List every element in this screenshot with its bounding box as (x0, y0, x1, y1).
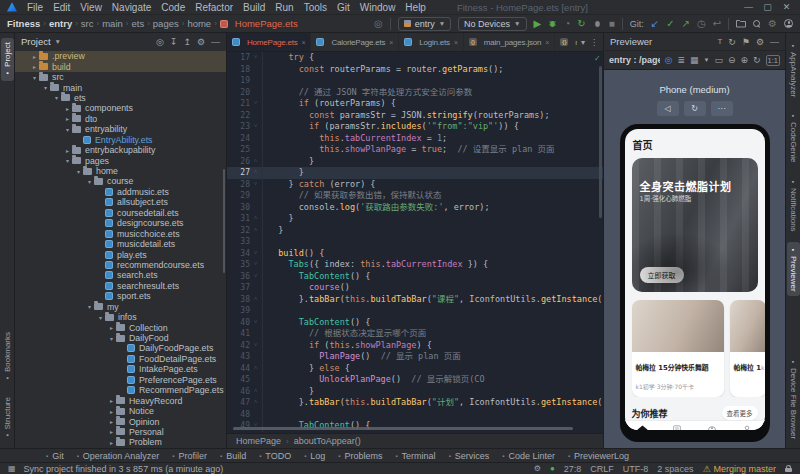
tree-item-home[interactable]: ▾home (15, 166, 226, 176)
code-line-47[interactable]: 47˄ }.tabBar(this.buildTabBar("计划", Icon… (227, 397, 603, 409)
inspections-ok-icon[interactable]: ✓ (595, 53, 600, 65)
tree-item-components[interactable]: ▸components (15, 103, 226, 113)
collapsed-arrow-icon[interactable]: ▸ (63, 105, 72, 112)
debug-button[interactable] (548, 19, 557, 28)
run-button[interactable]: ▶ (534, 19, 542, 29)
code-line-22[interactable]: 22 const paramsStr = JSON.stringify(rout… (227, 110, 603, 122)
collapsed-arrow-icon[interactable]: ▸ (30, 63, 39, 70)
fold-marker-icon[interactable]: ˅ (252, 179, 259, 191)
collapsed-arrow-icon[interactable]: ▸ (107, 408, 116, 415)
tree-item-ets[interactable]: ▾ets (15, 93, 226, 103)
zoom-in-icon[interactable]: ⊕ (740, 55, 748, 65)
tree-item-play.ets[interactable]: play.ets (15, 249, 226, 259)
module-selector[interactable]: entry▼ (398, 17, 451, 31)
menu-view[interactable]: View (75, 2, 107, 13)
code-line-44[interactable]: 44˄ } else { (227, 363, 603, 375)
sidebar-item-appanalyzer[interactable]: ▪AppAnalyzer (787, 38, 800, 101)
tree-item-musicdetail.ets[interactable]: musicdetail.ets (15, 239, 226, 249)
collapsed-arrow-icon[interactable]: ▸ (30, 53, 39, 60)
tree-item-main[interactable]: ▾main (15, 82, 226, 92)
menu-git[interactable]: Git (332, 2, 355, 13)
fold-marker-icon[interactable]: ˄ (252, 363, 259, 375)
code-line-32[interactable]: 32˄ } (227, 225, 603, 237)
fold-marker-icon[interactable]: ˅ (252, 340, 259, 352)
zoom-out-icon[interactable]: ⊖ (728, 55, 736, 65)
locate-file-icon[interactable]: ◎ (156, 37, 164, 47)
menu-run[interactable]: Run (270, 2, 298, 13)
code-line-21[interactable]: 21˅ if (routerParams) { (227, 98, 603, 110)
hero-card[interactable]: 全身突击燃脂计划 1周·强化心肺燃脂 立即获取 (632, 158, 758, 292)
expand-all-icon[interactable]: ↧ (170, 37, 178, 47)
breadcrumb-item-entry[interactable]: entry (49, 18, 72, 29)
fold-marker-icon[interactable]: ˅ (252, 317, 259, 329)
sidebar-item-device-file-browser[interactable]: ▪Device File Browser (787, 354, 800, 443)
course-card-2[interactable]: 帕梅拉 1k1初学·3 (730, 300, 765, 397)
code-line-38[interactable]: 38˄ }.tabBar(this.buildTabBar("课程", Icon… (227, 294, 603, 306)
gutter[interactable]: 36˅ (227, 271, 263, 283)
tool-window-switcher-icon[interactable]: ▦ (8, 464, 16, 473)
caret-position[interactable]: 27:8 (564, 464, 582, 474)
tree-item-PreferencePage.ets[interactable]: PreferencePage.ets (15, 375, 226, 385)
toolwindow-build[interactable]: ▪Build (220, 451, 246, 461)
code-line-17[interactable]: 17˅ try { (227, 52, 603, 64)
fold-marker-icon[interactable]: ˅ (252, 248, 259, 260)
tree-item-recommendcourse.ets[interactable]: recommendcourse.ets (15, 260, 226, 270)
gutter[interactable]: 33 (227, 236, 263, 248)
profiler-button[interactable]: ◔ (564, 19, 570, 29)
git-branch-widget[interactable]: ⚠ Merging master (702, 464, 776, 474)
collapsed-arrow-icon[interactable]: ▸ (107, 428, 116, 435)
tree-item-Problem[interactable]: ▸Problem (15, 437, 226, 447)
menu-refactor[interactable]: Refactor (190, 2, 238, 13)
tree-item-musicchoice.ets[interactable]: musicchoice.ets (15, 228, 226, 238)
menu-file[interactable]: File (22, 2, 48, 13)
maximize-button[interactable]: ▢ (758, 0, 777, 14)
code-line-24[interactable]: 24 this.tabCurrentIndex = 1; (227, 133, 603, 145)
zoom-ratio-label[interactable]: 1:1 (766, 55, 780, 66)
gutter[interactable]: 41 (227, 328, 263, 340)
gutter[interactable]: 19 (227, 75, 263, 87)
tree-item-addmusic.ets[interactable]: addmusic.ets (15, 187, 226, 197)
toolwindow-services[interactable]: ▪Services (449, 451, 490, 461)
breadcrumb-item-src[interactable]: src (81, 18, 94, 29)
grid-view-icon[interactable]: ▦ (690, 55, 699, 65)
code-line-39[interactable]: 39 (227, 305, 603, 317)
gutter[interactable]: 30 (227, 202, 263, 214)
project-panel-title[interactable]: Project (21, 36, 51, 47)
expanded-arrow-icon[interactable]: ▾ (74, 168, 83, 175)
code-line-23[interactable]: 23˅ if (paramsStr.includes('"from":"vip"… (227, 121, 603, 133)
gutter[interactable]: 29 (227, 190, 263, 202)
account-avatar[interactable] (784, 19, 793, 28)
chevron-down-icon[interactable]: ▼ (55, 38, 61, 45)
menu-navigate[interactable]: Navigate (107, 2, 156, 13)
code-line-37[interactable]: 37 course() (227, 282, 603, 294)
settings-icon[interactable]: ⚙ (768, 19, 777, 29)
hide-panel-icon[interactable]: — (211, 37, 220, 47)
course-card-1[interactable]: 帕梅拉 15分钟快乐舞蹈k1初学·3分钟·70千卡 (632, 300, 724, 397)
fold-marker-icon[interactable]: ˅ (252, 52, 259, 64)
menu-help[interactable]: Help (400, 2, 431, 13)
hide-previewer-icon[interactable]: — (770, 37, 779, 47)
code-line-36[interactable]: 36˅ TabContent() { (227, 271, 603, 283)
expanded-arrow-icon[interactable]: ▾ (96, 314, 105, 321)
toolwindow-profiler[interactable]: ▪Profiler (172, 451, 207, 461)
background-tasks-icon[interactable]: ⚙ (534, 464, 541, 473)
tree-item-infos[interactable]: ▾infos (15, 312, 226, 322)
tree-item-Personal[interactable]: ▸Personal (15, 427, 226, 437)
rollback-icon[interactable]: ↩ (713, 19, 721, 29)
gutter[interactable]: 42˅ (227, 340, 263, 352)
device-selector[interactable]: No Devices▼ (458, 17, 526, 31)
sidebar-item-structure[interactable]: ▪Structure (1, 393, 14, 443)
app-tab-我的[interactable]: 我的 (730, 421, 765, 430)
code-line-42[interactable]: 42˅ if (this.showPlanPage) { (227, 340, 603, 352)
breadcrumb-item-home[interactable]: home (187, 18, 211, 29)
expanded-arrow-icon[interactable]: ▾ (85, 178, 94, 185)
tree-item-DailyFood[interactable]: ▾DailyFood (15, 333, 226, 343)
collapsed-arrow-icon[interactable]: ▸ (63, 115, 72, 122)
find-in-files-icon[interactable] (736, 19, 746, 28)
code-line-43[interactable]: 43 PlanPage() // 显示 plan 页面 (227, 351, 603, 363)
code-line-26[interactable]: 26˄ } (227, 156, 603, 168)
tree-item-build[interactable]: ▸build (15, 61, 226, 71)
tree-item-coursedetail.ets[interactable]: coursedetail.ets (15, 208, 226, 218)
tab-close-icon[interactable]: × (389, 39, 393, 46)
menu-code[interactable]: Code (156, 2, 190, 13)
